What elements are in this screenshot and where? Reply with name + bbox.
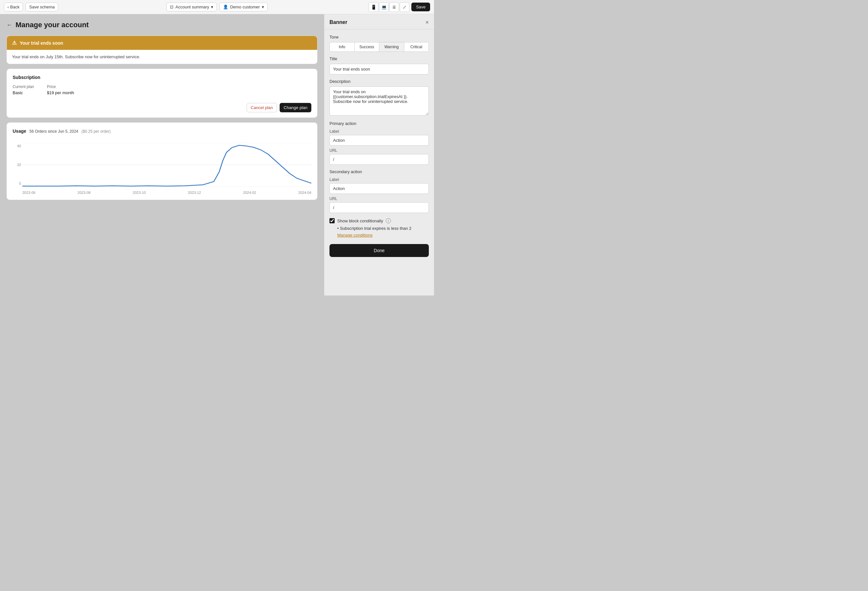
person-icon: 👤 <box>223 4 228 9</box>
current-plan-value: Basic <box>13 90 23 95</box>
fullscreen-icon: ⤢ <box>403 4 406 10</box>
y-label-20: 20 <box>13 163 21 167</box>
secondary-label-input[interactable] <box>329 183 429 194</box>
x-label-4: 2023-12 <box>188 191 201 195</box>
title-field-label: Title <box>329 56 429 61</box>
back-label: Back <box>10 4 19 9</box>
price-label: Price <box>47 84 74 89</box>
y-axis: 40 20 0 <box>13 143 21 187</box>
view-toggle-group: 📱 💻 🖥 ⤢ <box>369 2 409 12</box>
info-icon[interactable]: i <box>386 218 391 223</box>
tone-group: Info Success Warning Critical <box>329 42 429 52</box>
description-field-label: Description <box>329 79 429 84</box>
usage-orders-text: 56 Orders since Jun 5, 2024 <box>30 129 78 134</box>
description-textarea[interactable]: Your trial ends on {{customer.subscripti… <box>329 86 429 115</box>
save-label: Save <box>416 4 425 9</box>
page-header: ← Manage your account <box>6 21 317 29</box>
left-panel: ← Manage your account ⚠ Your trial ends … <box>0 14 324 296</box>
right-panel: Banner × Tone Info Success Warning Criti… <box>324 14 434 296</box>
secondary-action-title: Secondary action <box>329 169 429 174</box>
demo-customer-label: Demo customer <box>230 4 260 9</box>
change-plan-label: Change plan <box>283 105 307 110</box>
manage-conditions-link[interactable]: Manage conditions <box>337 233 429 238</box>
mobile-view-button[interactable]: 📱 <box>369 2 378 12</box>
topbar: ‹ Back Save schema ⊡ Account summary ▾ 👤… <box>0 0 434 14</box>
usage-title: Usage <box>13 129 26 134</box>
save-schema-label: Save schema <box>29 4 55 9</box>
secondary-url-sublabel: URL <box>329 197 429 201</box>
page-back-arrow-icon[interactable]: ← <box>6 22 12 28</box>
fullscreen-view-button[interactable]: ⤢ <box>400 2 409 12</box>
back-button[interactable]: ‹ Back <box>4 3 23 11</box>
tone-warning-button[interactable]: Warning <box>379 42 404 52</box>
x-label-3: 2023-10 <box>133 191 146 195</box>
banner-body: Your trial ends on July 15th. Subscribe … <box>7 50 317 64</box>
tablet-view-button[interactable]: 💻 <box>379 2 389 12</box>
primary-label-input[interactable] <box>329 135 429 146</box>
usage-price-per-order: ($0.25 per order) <box>81 129 111 134</box>
primary-url-sublabel: URL <box>329 148 429 153</box>
page-title: Manage your account <box>16 21 89 29</box>
account-summary-label: Account summary <box>176 4 209 9</box>
back-arrow-icon: ‹ <box>7 4 9 9</box>
subscription-card-body: Subscription Current plan Basic Price $1… <box>7 69 317 117</box>
show-conditional-label: Show block conditionally <box>337 219 383 223</box>
desktop-view-button[interactable]: 🖥 <box>389 2 399 12</box>
subscription-row: Current plan Basic Price $19 per month <box>13 84 311 95</box>
save-schema-button[interactable]: Save schema <box>25 3 58 11</box>
subscription-card: Subscription Current plan Basic Price $1… <box>6 69 317 118</box>
secondary-action-section: Secondary action Label URL <box>329 169 429 213</box>
chart-area <box>22 143 311 187</box>
topbar-center: ⊡ Account summary ▾ 👤 Demo customer ▾ <box>166 3 268 11</box>
x-label-1: 2023-06 <box>22 191 35 195</box>
cancel-plan-button[interactable]: Cancel plan <box>247 103 278 112</box>
primary-label-sublabel: Label <box>329 129 429 134</box>
primary-action-section: Primary action Label URL <box>329 121 429 165</box>
bullet-icon: • <box>337 226 339 231</box>
tone-label: Tone <box>329 35 429 40</box>
panel-content: Tone Info Success Warning Critical Title… <box>324 30 434 296</box>
demo-customer-dropdown[interactable]: 👤 Demo customer ▾ <box>219 3 268 11</box>
panel-header: Banner × <box>324 14 434 30</box>
panel-close-button[interactable]: × <box>425 19 429 25</box>
subscription-actions: Cancel plan Change plan <box>13 100 311 112</box>
tablet-icon: 💻 <box>381 4 387 10</box>
panel-title: Banner <box>329 19 347 25</box>
y-label-40: 40 <box>13 144 21 148</box>
show-conditional-checkbox[interactable] <box>329 218 335 223</box>
account-summary-icon: ⊡ <box>170 4 173 9</box>
chevron-down-icon: ▾ <box>211 4 213 9</box>
subscription-title: Subscription <box>13 75 311 80</box>
account-summary-dropdown[interactable]: ⊡ Account summary ▾ <box>166 3 217 11</box>
usage-chart-container: 40 20 0 <box>13 143 311 195</box>
secondary-label-sublabel: Label <box>329 177 429 182</box>
tone-critical-button[interactable]: Critical <box>404 42 429 52</box>
primary-action-title: Primary action <box>329 121 429 126</box>
y-label-0: 0 <box>13 182 21 185</box>
cancel-plan-label: Cancel plan <box>251 105 273 110</box>
line-chart-svg <box>22 143 311 187</box>
title-input[interactable] <box>329 64 429 74</box>
x-label-5: 2024-02 <box>243 191 256 195</box>
main-layout: ← Manage your account ⚠ Your trial ends … <box>0 14 434 296</box>
secondary-url-input[interactable] <box>329 202 429 213</box>
x-label-6: 2024-04 <box>298 191 311 195</box>
done-button[interactable]: Done <box>329 244 429 257</box>
tone-info-button[interactable]: Info <box>330 42 355 52</box>
x-axis: 2023-06 2023-08 2023-10 2023-12 2024-02 … <box>22 191 311 195</box>
primary-url-input[interactable] <box>329 154 429 165</box>
chevron-down-icon-2: ▾ <box>262 4 264 9</box>
topbar-left: ‹ Back Save schema <box>4 3 164 11</box>
banner-body-text: Your trial ends on July 15th. Subscribe … <box>12 55 140 59</box>
change-plan-button[interactable]: Change plan <box>280 103 311 112</box>
usage-card: Usage 56 Orders since Jun 5, 2024 ($0.25… <box>6 122 317 200</box>
tone-success-button[interactable]: Success <box>355 42 379 52</box>
price-value: $19 per month <box>47 90 74 95</box>
condition-text: Subscription trial expires is less than … <box>340 226 411 231</box>
done-label: Done <box>374 248 384 253</box>
condition-item-1: • Subscription trial expires is less tha… <box>337 226 429 231</box>
save-button[interactable]: Save <box>411 3 430 11</box>
conditions-list: • Subscription trial expires is less tha… <box>337 226 429 231</box>
x-label-2: 2023-08 <box>78 191 91 195</box>
banner-card: ⚠ Your trial ends soon Your trial ends o… <box>6 35 317 64</box>
